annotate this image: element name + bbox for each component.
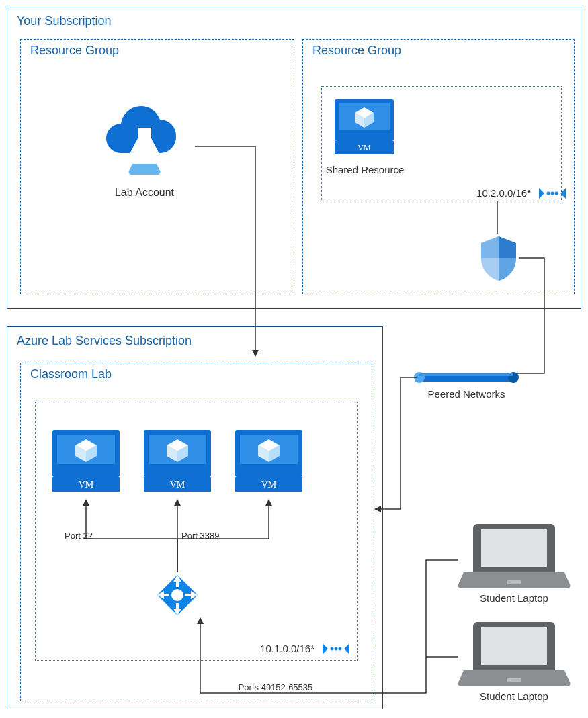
svg-point-10 (555, 192, 558, 195)
svg-text:VM: VM (261, 480, 277, 490)
lab-account-icon (97, 106, 192, 180)
svg-rect-53 (507, 678, 521, 682)
vnet-icon-classroom (321, 637, 351, 664)
cidr-classroom-label: 10.1.0.0/16* (247, 643, 314, 654)
svg-rect-49 (419, 373, 513, 376)
shield-icon (478, 235, 519, 285)
student-laptop-1-icon (457, 519, 571, 595)
classroom-vm-1-icon: VM (52, 430, 120, 494)
svg-point-45 (339, 647, 342, 651)
student-laptop-2-label: Student Laptop (470, 690, 558, 702)
svg-rect-52 (481, 627, 547, 665)
svg-rect-50 (481, 529, 547, 567)
svg-rect-0 (138, 125, 151, 128)
svg-text:VM: VM (79, 480, 94, 490)
svg-point-43 (331, 647, 334, 651)
cidr-shared-label: 10.2.0.0/16* (464, 187, 531, 199)
resource-group-1-title: Resource Group (26, 42, 123, 59)
shared-resource-label: Shared Resource (321, 164, 409, 175)
load-balancer-icon (156, 574, 199, 619)
port3389-label: Port 3389 (181, 531, 235, 541)
peered-networks-icon (413, 369, 520, 388)
svg-rect-51 (507, 580, 521, 584)
svg-text:VM: VM (170, 480, 185, 490)
svg-point-9 (551, 192, 554, 195)
lab-account-label: Lab Account (101, 187, 188, 199)
your-subscription-title: Your Subscription (13, 13, 115, 30)
peered-networks-label: Peered Networks (419, 388, 513, 400)
classroom-vm-2-icon: VM (144, 430, 211, 494)
vnet-icon-shared (538, 181, 567, 208)
shared-resource-vm-icon: VM (335, 99, 394, 157)
svg-text:VM: VM (358, 143, 371, 152)
student-laptop-1-label: Student Laptop (470, 592, 558, 604)
port22-label: Port 22 (65, 531, 112, 541)
ports-range-label: Ports 49152-65535 (222, 682, 329, 692)
student-laptop-2-icon (457, 617, 571, 693)
resource-group-2-title: Resource Group (308, 42, 405, 59)
svg-point-34 (171, 589, 183, 601)
classroom-lab-title: Classroom Lab (26, 366, 116, 383)
als-subscription-title: Azure Lab Services Subscription (13, 332, 196, 349)
svg-point-44 (335, 647, 338, 651)
classroom-vm-3-icon: VM (235, 430, 302, 494)
svg-point-8 (547, 192, 550, 195)
